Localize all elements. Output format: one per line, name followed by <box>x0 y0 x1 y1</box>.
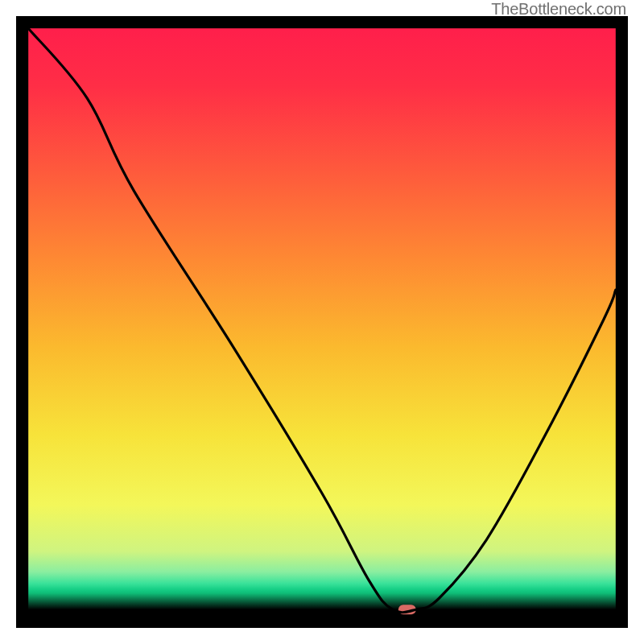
chart-stage: TheBottleneck.com <box>0 0 644 644</box>
svg-rect-0 <box>28 28 616 609</box>
chart-plot-frame <box>16 16 628 628</box>
chart-svg <box>16 16 628 628</box>
